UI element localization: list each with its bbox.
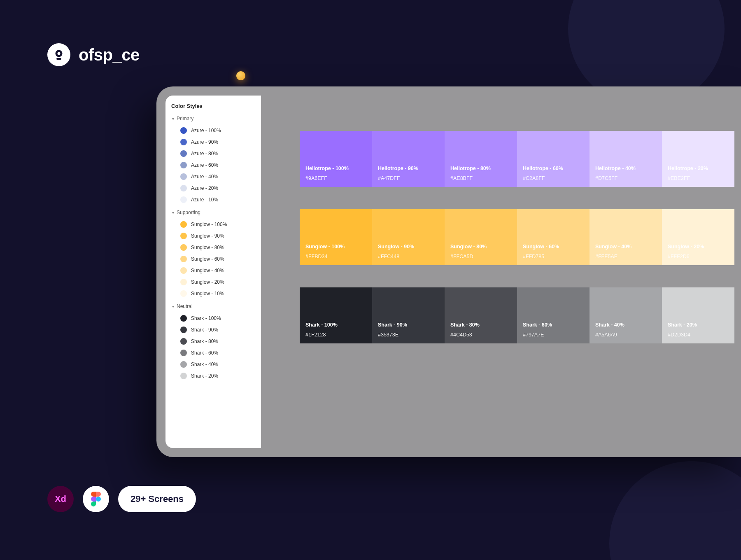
accent-dot-icon — [236, 71, 245, 80]
style-group-header[interactable]: ▾Primary — [172, 116, 255, 121]
swatch-icon — [180, 233, 187, 239]
swatch-name: Sunglow - 90% — [378, 244, 439, 250]
swatch-icon — [180, 350, 187, 356]
swatch-name: Heliotrope - 40% — [595, 166, 656, 171]
palette-swatch[interactable]: Sunglow - 100%#FFBD34 — [300, 209, 372, 265]
color-style-item[interactable]: Sunglow - 20% — [171, 276, 255, 288]
color-style-item[interactable]: Shark - 100% — [171, 313, 255, 324]
swatch-icon — [180, 150, 187, 157]
swatch-icon — [180, 361, 187, 368]
palette-swatch[interactable]: Sunglow - 80%#FFCA5D — [445, 209, 517, 265]
palette-swatch[interactable]: Heliotrope - 60%#C2A8FF — [517, 131, 590, 187]
color-style-item[interactable]: Sunglow - 10% — [171, 288, 255, 299]
swatch-name: Shark - 100% — [305, 322, 366, 328]
style-item-label: Shark - 60% — [191, 350, 218, 356]
color-style-item[interactable]: Sunglow - 60% — [171, 253, 255, 265]
svg-point-0 — [56, 51, 61, 56]
swatch-hex: #AE8BFF — [450, 175, 511, 181]
palette-swatch[interactable]: Sunglow - 20%#FFF2D6 — [662, 209, 734, 265]
swatch-icon — [180, 173, 187, 180]
color-style-item[interactable]: Shark - 40% — [171, 359, 255, 370]
style-group-header[interactable]: ▾Supporting — [172, 210, 255, 215]
style-item-label: Shark - 20% — [191, 373, 218, 379]
color-style-item[interactable]: Shark - 60% — [171, 347, 255, 359]
swatch-hex: #A5A6A9 — [595, 332, 656, 338]
color-style-item[interactable]: Azure - 40% — [171, 171, 255, 182]
swatch-name: Heliotrope - 20% — [668, 166, 729, 171]
palette-swatch[interactable]: Shark - 100%#1F2128 — [300, 287, 372, 343]
color-style-item[interactable]: Sunglow - 40% — [171, 265, 255, 276]
color-style-item[interactable]: Azure - 20% — [171, 182, 255, 194]
swatch-icon — [180, 244, 187, 251]
brand-name: ofsp_ce — [79, 46, 140, 64]
palette-row: Sunglow - 100%#FFBD34Sunglow - 90%#FFC44… — [300, 209, 741, 265]
group-name: Primary — [177, 116, 193, 121]
swatch-icon — [180, 185, 187, 191]
swatch-hex: #4C4D53 — [450, 332, 511, 338]
color-style-item[interactable]: Azure - 60% — [171, 159, 255, 171]
swatch-hex: #FFE5AE — [595, 254, 656, 259]
swatch-hex: #FFBD34 — [305, 254, 366, 259]
style-item-label: Azure - 20% — [191, 185, 218, 191]
swatch-icon — [180, 279, 187, 285]
swatch-name: Sunglow - 100% — [305, 244, 366, 250]
palette-swatch[interactable]: Heliotrope - 80%#AE8BFF — [445, 131, 517, 187]
swatch-icon — [180, 373, 187, 379]
swatch-name: Heliotrope - 100% — [305, 166, 366, 171]
palette-swatch[interactable]: Shark - 40%#A5A6A9 — [590, 287, 662, 343]
swatch-icon — [180, 221, 187, 228]
palette-swatch[interactable]: Heliotrope - 20%#EBE2FF — [662, 131, 734, 187]
palette-swatch[interactable]: Heliotrope - 100%#9A6EFF — [300, 131, 372, 187]
palette-swatch[interactable]: Heliotrope - 90%#A47DFF — [372, 131, 445, 187]
adobe-xd-icon: Xd — [47, 486, 74, 512]
chevron-down-icon: ▾ — [172, 210, 174, 215]
swatch-name: Sunglow - 20% — [668, 244, 729, 250]
chevron-down-icon: ▾ — [172, 304, 174, 309]
style-item-label: Sunglow - 40% — [191, 268, 224, 273]
palette-swatch[interactable]: Sunglow - 90%#FFC448 — [372, 209, 445, 265]
swatch-hex: #A47DFF — [378, 175, 439, 181]
color-style-item[interactable]: Azure - 10% — [171, 194, 255, 205]
swatch-icon — [180, 338, 187, 345]
style-item-label: Azure - 40% — [191, 174, 218, 180]
palette-swatch[interactable]: Sunglow - 60%#FFD785 — [517, 209, 590, 265]
swatch-icon — [180, 267, 187, 274]
palette-swatch[interactable]: Shark - 20%#D2D3D4 — [662, 287, 734, 343]
style-item-label: Sunglow - 60% — [191, 256, 224, 262]
style-group-header[interactable]: ▾Neutral — [172, 303, 255, 309]
app-window: Color Styles ▾PrimaryAzure - 100%Azure -… — [156, 86, 741, 457]
color-style-item[interactable]: Shark - 80% — [171, 336, 255, 347]
style-item-label: Azure - 90% — [191, 139, 218, 145]
color-style-item[interactable]: Shark - 90% — [171, 324, 255, 336]
screens-count-badge: 29+ Screens — [118, 486, 196, 512]
swatch-hex: #FFCA5D — [450, 254, 511, 259]
color-style-item[interactable]: Sunglow - 100% — [171, 219, 255, 230]
brand-logo-icon — [47, 43, 70, 66]
swatch-name: Heliotrope - 80% — [450, 166, 511, 171]
style-item-label: Azure - 60% — [191, 162, 218, 168]
figma-icon — [83, 486, 109, 512]
style-item-label: Shark - 100% — [191, 315, 221, 321]
palette-swatch[interactable]: Sunglow - 40%#FFE5AE — [590, 209, 662, 265]
color-style-item[interactable]: Azure - 80% — [171, 148, 255, 159]
palette-swatch[interactable]: Heliotrope - 40%#D7C5FF — [590, 131, 662, 187]
color-style-item[interactable]: Azure - 100% — [171, 125, 255, 136]
color-style-item[interactable]: Azure - 90% — [171, 136, 255, 148]
style-item-label: Sunglow - 90% — [191, 233, 224, 239]
palette-row: Shark - 100%#1F2128Shark - 90%#35373ESha… — [300, 287, 741, 343]
color-styles-sidebar: Color Styles ▾PrimaryAzure - 100%Azure -… — [165, 96, 261, 448]
color-style-item[interactable]: Sunglow - 90% — [171, 230, 255, 242]
swatch-hex: #797A7E — [523, 332, 584, 338]
swatch-hex: #EBE2FF — [668, 175, 729, 181]
color-style-item[interactable]: Sunglow - 80% — [171, 242, 255, 253]
palette-swatch[interactable]: Shark - 90%#35373E — [372, 287, 445, 343]
swatch-icon — [180, 256, 187, 262]
swatch-name: Sunglow - 40% — [595, 244, 656, 250]
swatch-hex: #D2D3D4 — [668, 332, 729, 338]
swatch-name: Sunglow - 60% — [523, 244, 584, 250]
palette-swatch[interactable]: Shark - 80%#4C4D53 — [445, 287, 517, 343]
style-item-label: Sunglow - 100% — [191, 222, 227, 227]
palette-swatch[interactable]: Shark - 60%#797A7E — [517, 287, 590, 343]
svg-rect-1 — [56, 58, 61, 60]
color-style-item[interactable]: Shark - 20% — [171, 370, 255, 382]
